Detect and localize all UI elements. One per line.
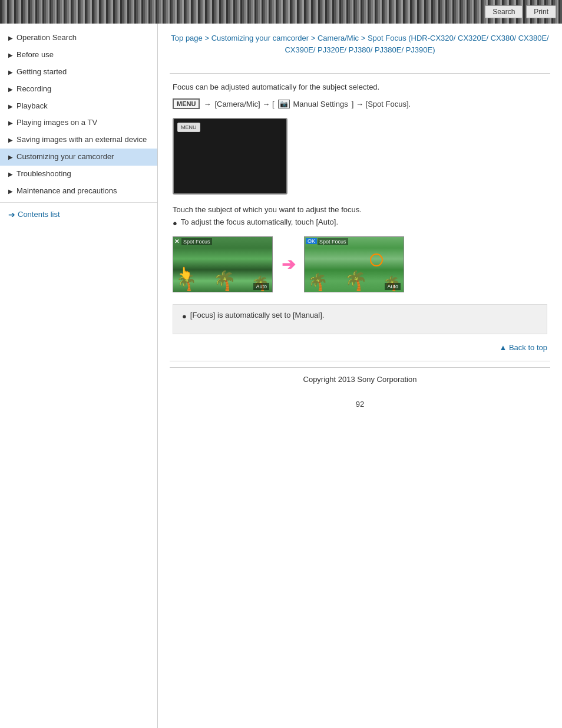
- sidebar-item-recording[interactable]: ▶ Recording: [0, 81, 157, 98]
- sidebar-item-label: Saving images with an external device: [16, 135, 147, 145]
- photo1-label: Spot Focus: [181, 238, 212, 245]
- content-body: Focus can be adjusted automatically for …: [170, 83, 550, 352]
- breadcrumb-camera-mic-link[interactable]: Camera/Mic: [318, 34, 359, 42]
- photo-auto-label: Auto: [253, 283, 269, 290]
- arrow-icon: ▶: [8, 119, 13, 127]
- sidebar-item-before-use[interactable]: ▶ Before use: [0, 47, 157, 64]
- arrow-icon: ▶: [8, 153, 13, 161]
- sidebar-item-label: Customizing your camcorder: [16, 152, 114, 162]
- contents-list-label: Contents list: [18, 210, 60, 219]
- photo-x-icon: ✕: [174, 238, 179, 245]
- photo-after: OK Spot Focus 🌴 🌴 🌴 Auto: [304, 236, 404, 292]
- breadcrumb: Top page > Customizing your camcorder > …: [170, 32, 550, 55]
- arrow-icon: ▶: [8, 85, 13, 93]
- search-button[interactable]: Search: [485, 5, 523, 18]
- arrow-icon: ▶: [8, 34, 13, 42]
- menu-button-label: MENU: [173, 98, 200, 109]
- sidebar-item-operation-search[interactable]: ▶ Operation Search: [0, 29, 157, 47]
- menu-instruction: MENU → [Camera/Mic] → [📷Manual Settings]…: [173, 98, 547, 109]
- main-layout: ▶ Operation Search ▶ Before use ▶ Gettin…: [0, 24, 562, 728]
- arrow-icon: ▶: [8, 103, 13, 110]
- breadcrumb-sep2: >: [311, 34, 318, 42]
- sidebar-divider: [0, 202, 157, 203]
- sidebar-item-label: Troubleshooting: [16, 169, 71, 179]
- manual-settings-label: Manual Settings: [293, 100, 348, 108]
- back-to-top-link[interactable]: ▲ Back to top: [499, 343, 547, 352]
- breadcrumb-top-link[interactable]: Top page: [171, 34, 203, 42]
- sidebar-item-label: Playing images on a TV: [16, 118, 97, 128]
- print-button[interactable]: Print: [526, 5, 556, 18]
- page-number: 92: [170, 391, 550, 417]
- note-text: [Focus] is automatically set to [Manual]…: [190, 311, 325, 319]
- sidebar-item-maintenance[interactable]: ▶ Maintenance and precautions: [0, 183, 157, 200]
- sidebar: ▶ Operation Search ▶ Before use ▶ Gettin…: [0, 24, 158, 728]
- photo-strip: ✕ Spot Focus 🌴 🌴 🌴 👆 Auto ➔ OK Spot Focu…: [173, 236, 547, 292]
- palm-tree-icon: 🌴: [213, 269, 236, 292]
- bullet-auto: ● To adjust the focus automatically, tou…: [173, 218, 547, 228]
- sidebar-item-saving-images[interactable]: ▶ Saving images with an external device: [0, 131, 157, 149]
- sidebar-item-playback[interactable]: ▶ Playback: [0, 98, 157, 115]
- copyright-text: Copyright 2013 Sony Corporation: [303, 375, 417, 384]
- main-content: Top page > Customizing your camcorder > …: [158, 24, 562, 728]
- palm-tree-icon: 🌴: [308, 272, 328, 292]
- photo-arrow-icon: ➔: [282, 255, 295, 274]
- camcorder-screen: MENU: [173, 118, 287, 195]
- back-to-top: ▲ Back to top: [173, 343, 547, 352]
- menu-instruction2-text: ] → [Spot Focus].: [352, 100, 411, 108]
- breadcrumb-sep1: >: [204, 34, 211, 42]
- arrow-icon: ▶: [8, 187, 13, 195]
- note-bullet-icon: ●: [182, 312, 187, 321]
- photo-ok-label: OK: [306, 238, 317, 244]
- content-divider-top: [170, 73, 550, 74]
- arrow-icon: ▶: [8, 51, 13, 59]
- content-divider-bottom: [170, 361, 550, 361]
- note-box: ● [Focus] is automatically set to [Manua…: [173, 304, 547, 334]
- sidebar-item-label: Operation Search: [16, 33, 77, 43]
- manual-settings-icon: 📷: [278, 100, 290, 108]
- sidebar-item-troubleshooting[interactable]: ▶ Troubleshooting: [0, 166, 157, 183]
- arrow-text: →: [203, 100, 211, 108]
- sidebar-item-customizing[interactable]: ▶ Customizing your camcorder: [0, 149, 157, 166]
- finger-cursor-icon: 👆: [178, 266, 193, 280]
- palm-tree-icon: 🌴: [344, 269, 368, 292]
- header-bar: Search Print: [0, 0, 562, 24]
- sidebar-item-label: Maintenance and precautions: [16, 186, 117, 196]
- footer: Copyright 2013 Sony Corporation: [170, 367, 550, 391]
- sidebar-item-label: Getting started: [16, 67, 67, 77]
- sidebar-item-getting-started[interactable]: ▶ Getting started: [0, 64, 157, 81]
- breadcrumb-sep3: >: [361, 34, 368, 42]
- photo2-label: Spot Focus: [318, 238, 348, 245]
- arrow-icon: ▶: [8, 170, 13, 178]
- note-bullet: ● [Focus] is automatically set to [Manua…: [182, 311, 538, 321]
- arrow-icon: ▶: [8, 136, 13, 144]
- contents-list-link[interactable]: ➔ Contents list: [0, 205, 157, 224]
- sidebar-item-label: Playback: [16, 101, 48, 111]
- bullet-dot-icon: ●: [173, 219, 177, 228]
- menu-instruction-text: [Camera/Mic] → [: [214, 100, 274, 108]
- bullet-auto-text: To adjust the focus automatically, touch…: [181, 218, 338, 226]
- breadcrumb-customizing-link[interactable]: Customizing your camcorder: [211, 34, 309, 42]
- photo-before: ✕ Spot Focus 🌴 🌴 🌴 👆 Auto: [173, 236, 273, 292]
- focus-circle-icon: [370, 253, 383, 266]
- photo-auto-label2: Auto: [385, 283, 401, 290]
- intro-text: Focus can be adjusted automatically for …: [173, 83, 547, 91]
- sidebar-item-label: Before use: [16, 50, 54, 60]
- arrow-right-icon: ➔: [8, 210, 15, 219]
- arrow-icon: ▶: [8, 68, 13, 76]
- screen-menu-button: MENU: [177, 123, 200, 132]
- sidebar-item-playing-images[interactable]: ▶ Playing images on a TV: [0, 114, 157, 131]
- sidebar-item-label: Recording: [16, 84, 51, 94]
- touch-instruction: Touch the subject of which you want to a…: [173, 205, 547, 214]
